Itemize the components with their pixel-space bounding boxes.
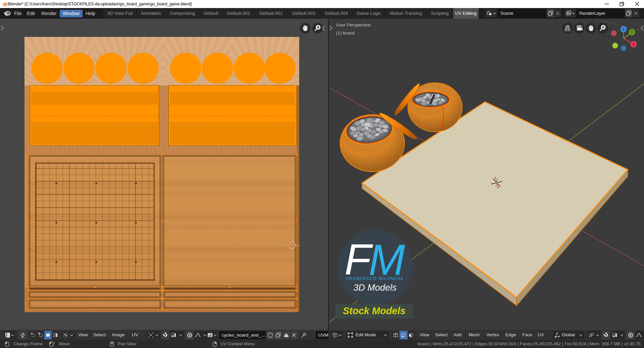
svg-text:X: X	[632, 42, 635, 46]
svg-text:Z: Z	[623, 27, 625, 31]
svg-text:Y: Y	[631, 30, 633, 34]
